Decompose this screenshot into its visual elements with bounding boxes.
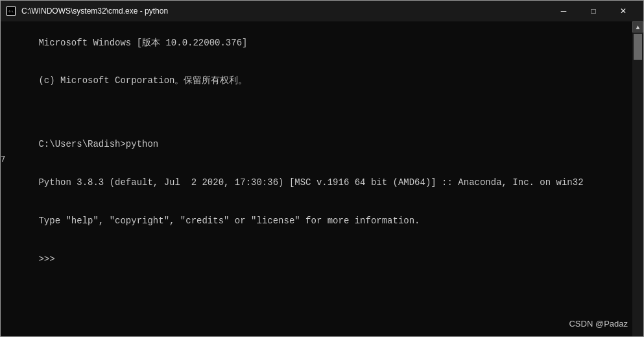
console-body[interactable]: Microsoft Windows [版本 10.0.22000.376] (c… (1, 21, 643, 336)
console-output: Microsoft Windows [版本 10.0.22000.376] (c… (6, 24, 638, 279)
scroll-thumb[interactable] (634, 34, 642, 60)
watermark: CSDN @Padaz (569, 319, 628, 329)
maximize-button[interactable]: □ (578, 1, 608, 21)
maximize-icon: □ (591, 7, 595, 15)
console-prompt: >>> (38, 254, 60, 264)
close-button[interactable]: ✕ (608, 1, 638, 21)
title-bar: C:\WINDOWS\system32\cmd.exe - python ─ □… (1, 1, 643, 21)
window-icon (6, 6, 16, 16)
console-line-4: C:\Users\Radish>python (38, 139, 158, 149)
console-line-6: Type "help", "copyright", "credits" or "… (38, 216, 420, 226)
scroll-up-arrow[interactable]: ▲ (632, 21, 643, 32)
cmd-window: C:\WINDOWS\system32\cmd.exe - python ─ □… (0, 0, 644, 337)
cmd-app-icon (6, 6, 16, 16)
scrollbar[interactable]: ▲ (632, 21, 643, 336)
console-line-2: (c) Microsoft Corporation。保留所有权利。 (38, 75, 247, 86)
minimize-button[interactable]: ─ (549, 1, 578, 21)
side-indicator: 7 (1, 151, 5, 167)
minimize-icon: ─ (561, 7, 567, 15)
window-title: C:\WINDOWS\system32\cmd.exe - python (21, 6, 549, 16)
console-line-1: Microsoft Windows [版本 10.0.22000.376] (38, 38, 247, 48)
console-line-5: Python 3.8.3 (default, Jul 2 2020, 17:30… (38, 177, 583, 188)
side-indicator-line1: 7 (1, 151, 5, 167)
close-icon: ✕ (620, 7, 626, 15)
window-controls: ─ □ ✕ (549, 1, 638, 21)
